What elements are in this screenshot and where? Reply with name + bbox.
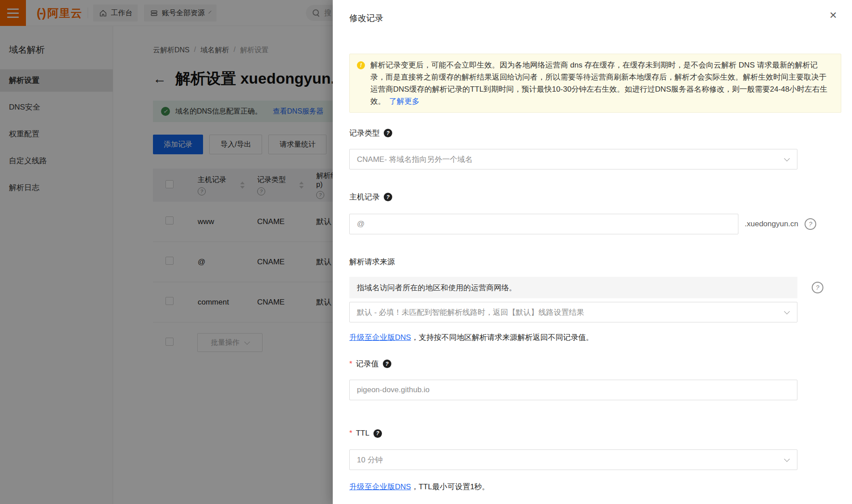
- upgrade-enterprise-dns-link[interactable]: 升级至企业版DNS: [349, 333, 411, 342]
- domain-suffix: .xuedongyun.cn: [745, 220, 798, 229]
- upgrade-note: ，支持按不同地区解析请求来源解析返回不同记录值。: [411, 333, 593, 342]
- close-icon[interactable]: ×: [830, 9, 837, 21]
- host-record-label: 主机记录: [349, 192, 380, 202]
- request-source-label: 解析请求来源: [349, 257, 395, 267]
- record-value-input[interactable]: pigeon-dove.github.io: [349, 380, 797, 400]
- request-source-select[interactable]: 默认 - 必填！未匹配到智能解析线路时，返回【默认】线路设置结果: [349, 302, 797, 322]
- help-icon[interactable]: ?: [812, 282, 823, 293]
- help-icon[interactable]: ?: [384, 193, 392, 201]
- warning-icon: !: [357, 61, 365, 69]
- record-value-text: pigeon-dove.github.io: [357, 385, 430, 394]
- edit-record-drawer: 修改记录 × ! 解析记录变更后，可能不会立即生效。因为各地网络运营商 dns …: [333, 0, 852, 504]
- upgrade-enterprise-dns-link[interactable]: 升级至企业版DNS: [349, 483, 411, 491]
- record-value-label: 记录值: [356, 359, 379, 369]
- chevron-down-icon: [784, 309, 790, 314]
- ttl-upgrade-note: ，TTL最小可设置1秒。: [411, 483, 490, 491]
- ttl-value: 10 分钟: [357, 455, 383, 465]
- request-source-value: 默认 - 必填！未匹配到智能解析线路时，返回【默认】线路设置结果: [357, 307, 584, 318]
- help-icon[interactable]: ?: [373, 429, 382, 438]
- record-type-value: CNAME- 将域名指向另外一个域名: [357, 154, 473, 165]
- record-type-label: 记录类型: [349, 128, 380, 138]
- help-icon[interactable]: ?: [805, 218, 816, 230]
- warning-text: 解析记录变更后，可能不会立即生效。因为各地网络运营商 dns 存在缓存，在缓存未…: [370, 61, 827, 106]
- required-mark: *: [349, 429, 352, 438]
- propagation-warning-banner: ! 解析记录变更后，可能不会立即生效。因为各地网络运营商 dns 存在缓存，在缓…: [349, 54, 841, 113]
- ttl-select[interactable]: 10 分钟: [349, 449, 797, 470]
- host-record-value: @: [357, 220, 365, 229]
- host-record-input[interactable]: @: [349, 214, 738, 234]
- drawer-title: 修改记录: [349, 13, 383, 23]
- ttl-label: TTL: [356, 429, 369, 438]
- record-type-select[interactable]: CNAME- 将域名指向另外一个域名: [349, 149, 797, 169]
- chevron-down-icon: [784, 156, 790, 161]
- request-source-hint: 指域名访问者所在的地区和使用的运营商网络。: [349, 277, 797, 298]
- learn-more-link[interactable]: 了解更多: [389, 97, 420, 106]
- help-icon[interactable]: ?: [383, 360, 391, 368]
- chevron-down-icon: [784, 456, 790, 462]
- required-mark: *: [349, 360, 352, 368]
- help-icon[interactable]: ?: [384, 129, 392, 137]
